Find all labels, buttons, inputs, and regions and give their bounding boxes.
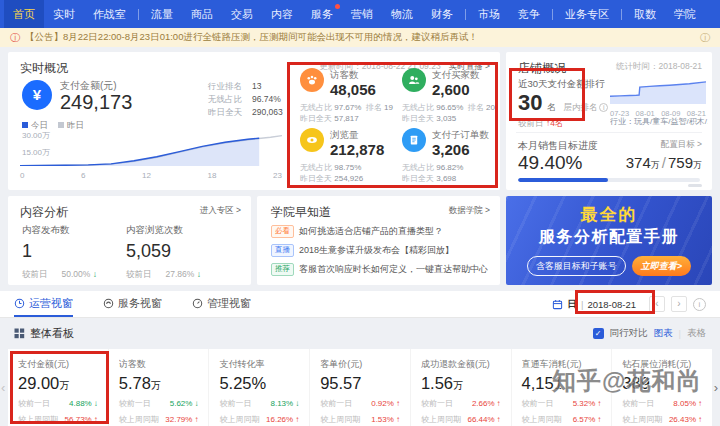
nav-item-traffic[interactable]: 流量 [142, 0, 182, 28]
side-stat-label: 行业排名 [208, 80, 252, 93]
clock-icon [14, 298, 25, 309]
kpi-value: 95.57 [320, 374, 361, 392]
carousel-indicator[interactable] [688, 184, 702, 187]
nav-item-home[interactable]: 首页 [4, 0, 44, 28]
tag-live: 直播 [271, 244, 294, 256]
side-stat-value: 13 [252, 81, 261, 91]
date-separator: | [581, 299, 583, 310]
view-tabs-bar: 运营视窗 服务视窗 管理视窗 日 | 2018-08-21 ‹ › i [0, 291, 720, 318]
wireless-label: 无线占比 [402, 163, 434, 172]
row-label: 较上周同期 [320, 414, 360, 425]
goal-progressbar [518, 178, 700, 182]
goal-config-link[interactable]: 配置目标 > [661, 139, 702, 151]
notice-bar: ⓘ 【公告】8月22日22:00-8月23日01:00进行全链路压测，压测期间可… [0, 28, 720, 47]
date-prev-button[interactable]: ‹ [649, 296, 665, 312]
row-label: 较前一日 [522, 398, 554, 409]
legend-today-label: 今日 [31, 120, 48, 130]
payment-value: 249,173 [60, 91, 132, 114]
academy-item[interactable]: 必看 如何挑选适合店铺产品的直播类型？ [271, 225, 493, 238]
row-value: 5.32% [573, 399, 596, 408]
content-stat-views: 内容浏览次数 5,059 较前日27.86% ↓ [126, 224, 201, 281]
nav-item-academy[interactable]: 学院 [665, 0, 705, 28]
kpi-prev-arrow[interactable]: ‹ [1, 380, 5, 395]
kpi-payment-amount[interactable]: 支付金额(元) 29.00万 较前一日4.88%↓ 较上周同期56.73%↑ [8, 349, 108, 426]
nav-item-competition[interactable]: 竞争 [509, 0, 549, 28]
row-value: 5.62% [170, 399, 193, 408]
delta-value: 27.86% [166, 269, 195, 279]
kpi-next-arrow[interactable]: › [714, 380, 718, 395]
compare-checkbox[interactable]: ✓ [593, 328, 604, 339]
rank-line: 30 名 层内排名i [518, 90, 608, 116]
nav-item-warroom[interactable]: 作战室 [84, 0, 135, 28]
footprint-icon [300, 68, 324, 92]
tab-service-view[interactable]: 服务视窗 [103, 291, 162, 317]
metric-value: 2,600 [432, 81, 470, 98]
trend-arrow-icon: ↑ [396, 399, 400, 408]
nav-item-finance[interactable]: 财务 [422, 0, 462, 28]
date-next-button[interactable]: › [671, 296, 687, 312]
notice-text: 【公告】8月22日22:00-8月23日01:00进行全链路压测，压测期间可能会… [25, 31, 478, 44]
table-toggle[interactable]: 表格 [687, 327, 706, 340]
yesterday-label: 昨日全天 [402, 114, 434, 123]
kpi-name: 钻石展位消耗(元) [622, 358, 702, 371]
content-more-link[interactable]: 进入专区 > [200, 205, 241, 217]
metric-pay-buyers[interactable]: 支付买家数 2,600 无线占比 96.65% 排名 20 昨日全天 3,035 [396, 66, 498, 126]
tab-manage-view[interactable]: 管理视窗 [192, 291, 251, 317]
kpi-visitors[interactable]: 访客数 5.78万 较前一日5.62%↓ 较上周同期32.79%↑ [108, 349, 209, 426]
divider [516, 132, 702, 133]
row-label: 较上周同期 [421, 414, 461, 425]
wireless-value: 96.65% [436, 103, 463, 112]
date-picker[interactable]: 日 | 2018-08-21 [545, 296, 643, 313]
kpi-conversion[interactable]: 支付转化率 5.25% 较前一日8.13%↓ 较上周同期16.26%↑ [208, 349, 309, 426]
side-stat-value: 290,063 [252, 107, 283, 117]
toggle-separator: | [679, 328, 681, 339]
kpi-ztc-cost[interactable]: 直通车消耗(元) 4,151 较前一日5.32%↑ 较上周同期6.57%↑ [511, 349, 612, 426]
notice-close-icon[interactable]: ⓘ [700, 31, 710, 45]
nav-item-fetchdata[interactable]: 取数 [625, 0, 665, 28]
kpi-value: 4,151 [522, 374, 563, 392]
info-icon[interactable]: i [599, 103, 608, 112]
trend-arrow-icon: ↑ [497, 399, 501, 408]
academy-item[interactable]: 直播 2018生意参谋升级发布会【精彩回放】 [271, 244, 493, 257]
legend-yesterday-swatch [58, 122, 64, 128]
nav-item-content[interactable]: 内容 [262, 0, 302, 28]
kpi-avg-order[interactable]: 客单价(元) 95.57 较前一日0.92%↑ 较上周同期1.53%↑ [309, 349, 410, 426]
chart-toggle[interactable]: 图表 [654, 327, 673, 340]
yesterday-label: 昨日全天 [300, 114, 332, 123]
wireless-value: 98.75% [334, 163, 361, 172]
goal-unit: 万 [651, 160, 660, 170]
goal-label: 本月销售目标进度 [518, 139, 598, 153]
kpi-diamond-cost[interactable]: 钻石展位消耗(元) 389 较前一日8.05%↑ 较上周同期26.43%↑ [611, 349, 712, 426]
goal-progress-fill [518, 178, 608, 182]
service-manual-banner[interactable]: 最全的 服务分析配置手册 含客服目标和子账号 立即查看> [506, 196, 712, 285]
content-stat-published: 内容发布数 1 较前日50.00% ↓ [22, 224, 97, 281]
delta-value: 4名 [550, 118, 563, 128]
tab-operation-view[interactable]: 运营视窗 [14, 291, 73, 317]
industry-label: 行业：玩具/童车/益智/积木/… [610, 116, 708, 127]
metric-pageviews[interactable]: 浏览量 212,878 无线占比 98.75% 昨日全天 254,926 [294, 126, 396, 186]
nav-item-service[interactable]: 服务 [302, 0, 342, 28]
academy-item-text: 如何挑选适合店铺产品的直播类型？ [299, 225, 443, 238]
rank-scope: 层内排名 [563, 102, 597, 112]
row-value: 66.44% [467, 415, 494, 424]
trend-arrow-icon: ↑ [94, 415, 98, 424]
nav-item-logistics[interactable]: 物流 [382, 0, 422, 28]
board-title: 整体看板 [30, 326, 74, 341]
metric-visitors[interactable]: 访客数 48,056 无线占比 97.67% 排名 19 昨日全天 57,817 [294, 66, 396, 126]
nav-item-marketing[interactable]: 营销 [342, 0, 382, 28]
academy-more-link[interactable]: 数据学院 > [449, 205, 490, 217]
trend-arrow-icon: ↑ [597, 415, 601, 424]
banner-cta-button[interactable]: 立即查看> [632, 256, 691, 276]
help-icon[interactable]: i [693, 298, 706, 311]
nav-item-goods[interactable]: 商品 [182, 0, 222, 28]
row-value: 8.13% [270, 399, 293, 408]
kpi-refund[interactable]: 成功退款金额(元) 1.56万 较前一日2.66%↑ 较上周同期66.44%↑ [410, 349, 511, 426]
trend-arrow-icon: ↑ [597, 399, 601, 408]
nav-item-realtime[interactable]: 实时 [44, 0, 84, 28]
nav-item-market[interactable]: 市场 [469, 0, 509, 28]
nav-item-bizzone[interactable]: 业务专区 [556, 0, 618, 28]
goal-unit: 万 [693, 160, 702, 170]
academy-item[interactable]: 推荐 客服首次响应时长如何定义，一键直达帮助中心 [271, 263, 493, 276]
nav-item-trade[interactable]: 交易 [222, 0, 262, 28]
metric-pay-suborders[interactable]: 支付子订单数 3,206 无线占比 96.82% 昨日全天 3,698 [396, 126, 498, 186]
